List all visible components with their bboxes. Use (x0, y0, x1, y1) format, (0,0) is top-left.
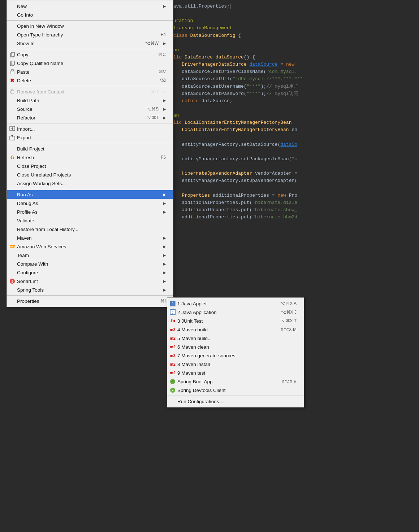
menu-item-remove-context[interactable]: Remove from Context ⌥⇧⌘↓ (7, 87, 173, 96)
menu-item-delete[interactable]: ✖ Delete ⌫ (7, 76, 173, 85)
arrow-icon-show-in: ▶ (163, 41, 166, 46)
submenu-item-maven-build[interactable]: m2 4 Maven build ⇧⌥X M (167, 325, 304, 334)
menu-label-maven: Maven (17, 235, 32, 241)
menu-item-build-path[interactable]: Build Path ▶ (7, 96, 173, 105)
code-line: blic LocalContainerEntityManagerFactoryB… (170, 119, 415, 126)
menu-item-spring-tools[interactable]: Spring Tools ▶ (7, 285, 173, 294)
menu-label-configure: Configure (17, 270, 38, 275)
submenu-item-spring-devtools[interactable]: ● Spring Devtools Client (167, 386, 304, 394)
menu-label-show-in: Show In (17, 41, 35, 46)
menu-item-paste[interactable]: Paste ⌘V (7, 67, 173, 76)
arrow-debug-as: ▶ (163, 201, 166, 206)
amazon-icon: AWS (9, 243, 16, 250)
code-line: DriverManagerDataSource dataSource = new (170, 61, 415, 68)
submenu-item-maven-test[interactable]: m2 9 Maven test (167, 369, 304, 377)
maven-test-icon: m2 (169, 370, 176, 376)
submenu-item-junit[interactable]: Ju 3 JUnit Test ⌥⌘X T (167, 317, 304, 325)
menu-label-copy: Copy (17, 52, 29, 57)
code-line: class DataSourceConfig { (170, 32, 415, 39)
arrow-sonarlint: ▶ (163, 279, 166, 284)
submenu-item-maven-generate[interactable]: m2 7 Maven generate-sources (167, 351, 304, 360)
menu-label-source: Source (17, 106, 33, 112)
menu-item-new[interactable]: New ▶ (7, 2, 173, 10)
code-line: guration (170, 17, 415, 25)
code-line: blic DataSource dataSource() { (170, 54, 415, 61)
submenu-label-maven-build2: 5 Maven build... (177, 336, 212, 341)
menu-item-amazon[interactable]: AWS Amazon Web Services ▶ (7, 242, 173, 251)
submenu-shortcut-java-app: ⌥⌘X J (281, 310, 297, 315)
menu-item-configure[interactable]: Configure ▶ (7, 268, 173, 277)
svg-rect-1 (11, 52, 14, 56)
submenu-item-java-app[interactable]: J 2 Java Application ⌥⌘X J (167, 308, 304, 317)
separator-3 (7, 86, 173, 86)
java-applet-icon: J (169, 300, 176, 307)
menu-label-refresh: Refresh (17, 155, 34, 160)
menu-item-open-window[interactable]: Open in New Window (7, 22, 173, 30)
menu-item-properties[interactable]: Properties ⌘I (7, 297, 173, 305)
svg-text:J: J (172, 302, 173, 306)
submenu-run-as: J 1 Java Applet ⌥⌘X A J 2 Java Applicati… (167, 297, 304, 407)
menu-label-new: New (17, 4, 27, 9)
menu-item-run-as[interactable]: Run As ▶ (7, 190, 173, 199)
submenu-item-maven-install[interactable]: m2 8 Maven install (167, 360, 304, 369)
submenu-label-maven-clean: 6 Maven clean (177, 344, 209, 350)
arrow-run-as: ▶ (163, 192, 166, 197)
menu-item-export[interactable]: Export... (7, 133, 173, 142)
submenu-item-maven-clean[interactable]: m2 6 Maven clean (167, 343, 304, 351)
menu-item-copy-qualified[interactable]: Copy Qualified Name (7, 59, 173, 67)
menu-item-close-project[interactable]: Close Project (7, 162, 173, 170)
menu-item-maven[interactable]: Maven ▶ (7, 234, 173, 242)
menu-label-properties: Properties (17, 298, 39, 304)
junit-icon: Ju (169, 318, 176, 324)
menu-item-compare[interactable]: Compare With ▶ (7, 260, 173, 268)
menu-item-assign-working[interactable]: Assign Working Sets... (7, 179, 173, 188)
menu-item-import[interactable]: Import... (7, 125, 173, 133)
code-line: additionalProperties.put("hibernate.show… (170, 206, 415, 214)
menu-item-go-into[interactable]: Go Into (7, 10, 173, 19)
arrow-build-path: ▶ (163, 98, 166, 103)
code-line: dataSource.setDriverClassName("com.mysql… (170, 68, 415, 75)
submenu-label-maven-install: 8 Maven install (177, 362, 210, 367)
menu-item-type-hierarchy[interactable]: Open Type Hierarchy F4 (7, 30, 173, 39)
menu-item-close-unrelated[interactable]: Close Unrelated Projects (7, 170, 173, 179)
submenu-item-java-applet[interactable]: J 1 Java Applet ⌥⌘X A (167, 299, 304, 308)
delete-icon: ✖ (9, 77, 16, 84)
code-line: entityManagerFactory.setDataSource(dataS… (170, 141, 415, 148)
menu-label-sonarlint: SonarLint (17, 279, 38, 284)
menu-item-restore-history[interactable]: Restore from Local History... (7, 225, 173, 234)
arrow-icon-new: ▶ (163, 4, 166, 9)
maven-clean-icon: m2 (169, 344, 176, 350)
separator-2 (7, 49, 173, 49)
menu-label-copy-qualified: Copy Qualified Name (17, 61, 63, 66)
menu-item-source[interactable]: Source ⌥⌘S ▶ (7, 105, 173, 113)
menu-item-refresh[interactable]: ♻ Refresh F5 (7, 153, 173, 162)
submenu-item-maven-build2[interactable]: m2 5 Maven build... (167, 334, 304, 343)
menu-item-refactor[interactable]: Refactor ⌥⌘T ▶ (7, 113, 173, 122)
export-icon (9, 134, 16, 141)
menu-item-team[interactable]: Team ▶ (7, 251, 173, 260)
menu-item-validate[interactable]: Validate (7, 216, 173, 225)
submenu-item-spring-boot[interactable]: 🌿 Spring Boot App ⇧⌥X B (167, 377, 304, 386)
submenu-label-spring-boot: Spring Boot App (177, 379, 213, 384)
arrow-profile-as: ▶ (163, 210, 166, 214)
code-line: java.util.Properties; (170, 3, 415, 10)
shortcut-remove-context: ⌥⇧⌘↓ (151, 89, 166, 94)
submenu-item-run-configs[interactable]: Run Configurations... (167, 397, 304, 406)
menu-label-export: Export... (17, 135, 35, 140)
menu-item-profile-as[interactable]: Profile As ▶ (7, 208, 173, 216)
shortcut-refactor: ⌥⌘T (147, 115, 159, 120)
code-line: Properties additionalProperties = new Pr… (170, 192, 415, 199)
menu-item-copy[interactable]: Copy ⌘C (7, 50, 173, 59)
code-line: eTransactionManagement (170, 25, 415, 32)
menu-item-sonarlint[interactable]: S SonarLint ▶ (7, 277, 173, 285)
menu-item-show-in[interactable]: Show In ⌥⌘W ▶ (7, 39, 173, 48)
context-menu: New ▶ Go Into Open in New Window Open Ty… (7, 0, 173, 307)
svg-marker-10 (11, 128, 13, 130)
code-line: entityManagerFactory.setJpaVendorAdapter… (170, 177, 415, 184)
arrow-team: ▶ (163, 253, 166, 258)
menu-item-debug-as[interactable]: Debug As ▶ (7, 199, 173, 208)
separator-6 (7, 189, 173, 189)
menu-label-open-window: Open in New Window (17, 23, 64, 29)
code-line: dataSource.setUsername("***");// mysql用户 (170, 83, 415, 90)
menu-item-build-project[interactable]: Build Project (7, 144, 173, 153)
